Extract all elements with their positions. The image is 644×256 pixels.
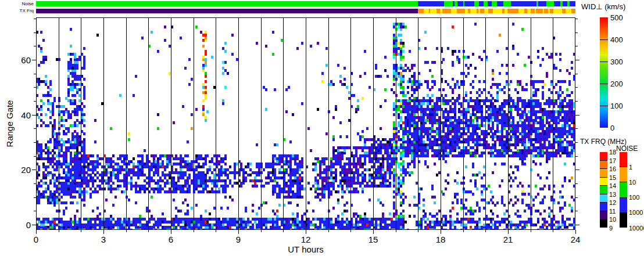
y-major-tick <box>32 60 36 60</box>
x-major-tick <box>508 230 509 234</box>
x-minor-tick <box>261 230 262 232</box>
noise-colorbar-title: NOISE <box>616 145 638 153</box>
wid-colorbar-tick-label: 500 <box>610 13 623 22</box>
x-major-tick <box>373 230 374 234</box>
x-tick-label: 18 <box>436 235 446 244</box>
x-minor-tick <box>81 230 81 232</box>
noise-colorbar-tick-label: 1000 <box>629 209 643 216</box>
y-minor-tick-right <box>575 211 578 211</box>
tx-colorbar-tick-label: 13 <box>609 191 616 198</box>
y-minor-tick <box>34 156 36 157</box>
y-major-tick-right <box>575 170 579 170</box>
y-minor-tick-right <box>575 101 578 102</box>
x-axis-title: UT hours <box>267 244 344 254</box>
wid-colorbar-tick-label: 100 <box>610 102 623 110</box>
y-minor-tick <box>34 87 36 88</box>
x-tick-label: 6 <box>169 235 173 244</box>
wid-colorbar <box>600 17 608 128</box>
y-minor-tick-right <box>575 46 578 46</box>
x-minor-tick <box>553 230 553 232</box>
tx-colorbar-tick-label: 10 <box>609 216 616 223</box>
x-minor-tick <box>396 230 396 232</box>
tx-bar-segment <box>600 185 607 194</box>
x-minor-tick <box>216 230 216 232</box>
y-major-tick <box>32 115 36 116</box>
y-minor-tick <box>34 142 36 143</box>
tx-colorbar-tick-label: 9 <box>609 225 613 232</box>
x-major-tick <box>238 230 239 234</box>
x-minor-tick <box>350 230 351 232</box>
x-tick-label: 0 <box>34 235 38 244</box>
y-minor-tick <box>34 74 36 74</box>
tx-colorbar-tick-label: 12 <box>609 199 616 206</box>
wid-colorbar-divider <box>600 62 608 62</box>
x-tick-label: 15 <box>368 235 378 244</box>
y-minor-tick-right <box>575 183 578 184</box>
tx-bar-segment <box>600 168 607 177</box>
x-minor-tick <box>328 230 329 232</box>
x-major-tick <box>306 230 306 234</box>
noise-colorbar-tick-label: 10 <box>629 179 636 186</box>
x-minor-tick <box>126 230 127 232</box>
wid-colorbar-tick-label: 300 <box>610 57 623 66</box>
y-minor-tick-right <box>575 142 578 143</box>
tx-bar-segment <box>600 194 607 203</box>
tx-colorbar-tick-label: 15 <box>609 174 616 181</box>
noise-status-strip <box>36 1 575 6</box>
y-minor-tick <box>34 46 36 46</box>
wid-colorbar-divider <box>600 39 608 40</box>
noise-strip-label: Noise <box>10 1 34 6</box>
noise-bar-segment <box>620 197 627 212</box>
tx-colorbar-tick-label: 18 <box>609 149 616 156</box>
y-tick-label: 40 <box>11 110 31 120</box>
noise-bar-segment <box>620 182 627 197</box>
y-axis-title: Range Gate <box>5 80 15 167</box>
x-major-tick <box>441 230 441 234</box>
noise-bar-segment <box>620 167 627 182</box>
tx-bar-segment <box>600 219 607 228</box>
y-major-tick-right <box>575 115 579 116</box>
tx-colorbar-tick-label: 14 <box>609 182 616 189</box>
x-tick-label: 12 <box>301 235 311 244</box>
tx-frequency-colorbar <box>600 152 607 228</box>
txfrq-strip-label: TX Frq <box>10 8 34 13</box>
x-tick-label: 9 <box>236 235 241 244</box>
tx-colorbar-tick-label: 11 <box>609 208 616 215</box>
tx-bar-segment <box>600 152 607 160</box>
y-tick-label: 20 <box>11 165 31 175</box>
x-major-tick <box>36 230 37 234</box>
x-minor-tick <box>485 230 486 232</box>
x-minor-tick <box>531 230 531 232</box>
y-minor-tick <box>34 197 36 198</box>
x-tick-label: 21 <box>503 235 513 244</box>
tx-bar-segment <box>600 211 607 219</box>
noise-colorbar-tick-label: 100 <box>629 194 639 201</box>
y-minor-tick <box>34 101 36 102</box>
y-minor-tick-right <box>575 128 578 129</box>
wid-colorbar-divider <box>600 106 608 106</box>
x-minor-tick <box>283 230 284 232</box>
wid-colorbar-tick-label: 0 <box>610 124 614 132</box>
x-minor-tick <box>463 230 464 232</box>
y-minor-tick <box>34 211 36 211</box>
y-minor-tick <box>34 183 36 184</box>
y-minor-tick <box>34 19 36 19</box>
x-tick-label: 24 <box>571 235 581 244</box>
y-major-tick <box>32 225 36 225</box>
x-tick-label: 3 <box>101 235 106 244</box>
x-minor-tick <box>194 230 194 232</box>
noise-bar-segment <box>620 152 627 167</box>
x-minor-tick <box>59 230 59 232</box>
wid-colorbar-tick-label: 400 <box>610 35 623 44</box>
y-major-tick-right <box>575 60 579 60</box>
tx-colorbar-tick-label: 16 <box>609 165 616 172</box>
noise-colorbar <box>620 152 627 228</box>
noise-bar-segment <box>620 212 627 228</box>
x-minor-tick <box>418 230 418 232</box>
txfrq-status-strip <box>36 9 575 13</box>
x-major-tick <box>103 230 104 234</box>
x-minor-tick <box>148 230 149 232</box>
spectral-width-heatmap-canvas <box>36 17 575 230</box>
tx-bar-segment <box>600 177 607 186</box>
noise-colorbar-tick-label: 1 <box>629 164 632 171</box>
